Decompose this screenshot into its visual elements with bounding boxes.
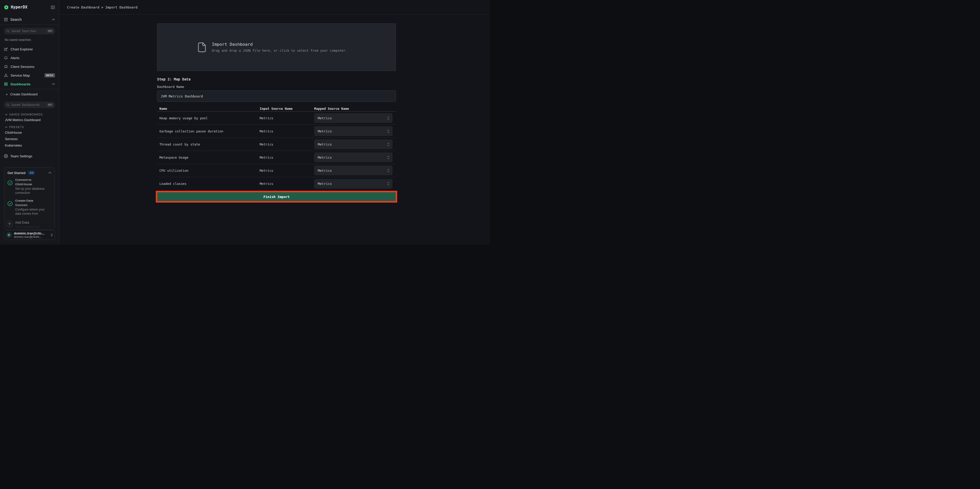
saved-dashboards-input[interactable]: Saved Dashboards ⌘K xyxy=(4,102,55,108)
table-row: Heap memory usage by pool Metrics Metric… xyxy=(157,111,396,125)
sidebar: HyperDX Search Saved Searches ⌘K No save… xyxy=(0,0,59,244)
row-input-source: Metrics xyxy=(260,116,314,120)
select-chevrons-icon xyxy=(387,129,390,133)
saved-searches-input[interactable]: Saved Searches ⌘K xyxy=(4,28,55,35)
saved-searches-shortcut: ⌘K xyxy=(46,29,54,33)
get-started-item-subtitle: Set up your database connection xyxy=(15,186,47,195)
sidebar-item-dashboards[interactable]: Dashboards xyxy=(0,80,59,88)
chevron-right-icon xyxy=(51,233,53,237)
top-bar: Create Dashboard > Import Dashboard xyxy=(59,0,490,15)
saved-searches-placeholder: Saved Searches xyxy=(11,29,45,33)
mapped-source-select[interactable]: Metrics xyxy=(314,179,393,189)
get-started-item-title: Connect to ClickHouse xyxy=(15,178,46,186)
row-input-source: Metrics xyxy=(260,156,314,159)
get-started-item-subtitle: Start sending logs, metrics, or traces xyxy=(15,225,45,229)
team-settings-label: Team Settings xyxy=(10,154,32,158)
table-layout-icon xyxy=(4,18,8,22)
get-started-item-title: Add Data xyxy=(15,220,45,225)
get-started-panel: Get Started 2/3 Connect to ClickHouse Se… xyxy=(4,167,55,229)
sidebar-item-team-settings[interactable]: Team Settings xyxy=(0,153,59,160)
row-input-source: Metrics xyxy=(260,129,314,133)
dashboard-name-input[interactable] xyxy=(157,91,396,102)
collapse-sidebar-icon[interactable] xyxy=(51,5,55,10)
breadcrumb: Create Dashboard > Import Dashboard xyxy=(67,5,138,9)
user-email: dominic.tran@clickh... xyxy=(14,235,49,238)
sidebar-section-search[interactable]: Search xyxy=(0,14,59,25)
file-icon xyxy=(198,42,206,53)
sidebar-item-client-sessions[interactable]: Client Sessions xyxy=(0,62,59,71)
create-dashboard-button[interactable]: + Create Dashboard xyxy=(0,90,59,99)
finish-import-button[interactable]: Finish Import xyxy=(158,192,396,201)
chevron-up-icon xyxy=(52,83,55,85)
row-name: Metaspace Usage xyxy=(157,156,260,159)
column-header-mapped-source: Mapped Source Name xyxy=(314,107,396,111)
mapped-source-select[interactable]: Metrics xyxy=(314,126,393,136)
sidebar-item-clickhouse[interactable]: ClickHouse xyxy=(5,131,55,134)
group-title: PRESETS xyxy=(9,126,24,129)
plus-icon: + xyxy=(6,92,8,96)
user-menu[interactable]: D dominic.tran@clic... dominic.tran@clic… xyxy=(4,230,55,240)
sidebar-item-label: Chart Explorer xyxy=(11,47,55,51)
table-row: Garbage collection pause duration Metric… xyxy=(157,125,396,138)
sidebar-item-services[interactable]: Services xyxy=(5,137,55,141)
get-started-item-subtitle: Configure where your data comes from xyxy=(15,207,47,216)
sidebar-item-alerts[interactable]: Alerts xyxy=(0,54,59,62)
column-header-name: Name xyxy=(157,107,260,111)
table-row: Thread count by state Metrics Metrics xyxy=(157,138,396,151)
saved-dashboards-placeholder: Saved Dashboards xyxy=(11,103,45,107)
sidebar-item-jvm-metrics-dashboard[interactable]: JVM Metrics Dashboard xyxy=(5,118,55,122)
logo-row: HyperDX xyxy=(0,0,59,14)
chevron-up-icon xyxy=(48,172,51,174)
gear-icon xyxy=(4,154,8,158)
avatar: D xyxy=(6,232,12,238)
step-title: Step 2: Map Data xyxy=(157,77,396,81)
select-chevrons-icon xyxy=(387,169,390,172)
table-row: CPU utilization Metrics Metrics xyxy=(157,164,396,177)
presets-group-header[interactable]: PRESETS xyxy=(5,126,55,129)
search-icon xyxy=(6,104,10,107)
row-name: Heap memory usage by pool xyxy=(157,116,260,120)
service-map-icon xyxy=(4,73,8,77)
mapped-source-select[interactable]: Metrics xyxy=(314,113,393,123)
sidebar-item-service-map[interactable]: Service Map BETA xyxy=(0,71,59,80)
laptop-icon xyxy=(4,65,8,68)
sidebar-item-label: Alerts xyxy=(11,56,55,60)
get-started-item-connect-clickhouse[interactable]: Connect to ClickHouse Set up your databa… xyxy=(8,178,51,195)
import-dashboard-content: Import Dashboard Drag and drop a JSON fi… xyxy=(157,23,396,202)
select-value: Metrics xyxy=(318,156,387,159)
user-name: dominic.tran@clic... xyxy=(14,232,49,235)
app-window: HyperDX Search Saved Searches ⌘K No save… xyxy=(0,0,490,244)
help-button[interactable]: ? xyxy=(6,221,13,228)
get-started-title: Get Started xyxy=(8,171,25,175)
get-started-item-add-data[interactable]: Add Data Start sending logs, metrics, or… xyxy=(8,220,51,229)
arrow-right-icon: → xyxy=(48,224,51,228)
get-started-header[interactable]: Get Started 2/3 xyxy=(8,170,51,175)
table-header-row: Name Input Source Name Mapped Source Nam… xyxy=(157,106,396,111)
annotation-highlight-box: Finish Import xyxy=(156,191,397,202)
chart-icon xyxy=(4,47,8,51)
row-input-source: Metrics xyxy=(260,182,314,186)
column-header-input-source: Input Source Name xyxy=(260,107,314,111)
mapped-source-select[interactable]: Metrics xyxy=(314,166,393,175)
sidebar-item-kubernetes[interactable]: Kubernetes xyxy=(5,143,55,147)
saved-dashboards-group-header[interactable]: SAVED DASHBOARDS xyxy=(5,113,55,116)
sidebar-item-label: Client Sessions xyxy=(11,65,55,68)
mapped-source-select[interactable]: Metrics xyxy=(314,153,393,162)
get-started-item-create-data-sources[interactable]: Create Data Sources Configure where your… xyxy=(8,199,51,216)
chevron-down-icon xyxy=(5,114,8,115)
sidebar-item-chart-explorer[interactable]: Chart Explorer xyxy=(0,45,59,54)
select-value: Metrics xyxy=(318,116,387,120)
sidebar-nav: Chart Explorer Alerts Client Sessions Se… xyxy=(0,45,59,88)
row-name: Loaded classes xyxy=(157,182,260,186)
file-dropzone[interactable]: Import Dashboard Drag and drop a JSON fi… xyxy=(157,23,396,71)
mapped-source-select[interactable]: Metrics xyxy=(314,139,393,149)
dashboard-name-label: Dashboard Name xyxy=(157,85,396,89)
select-chevrons-icon xyxy=(387,156,390,159)
row-input-source: Metrics xyxy=(260,169,314,172)
row-input-source: Metrics xyxy=(260,142,314,146)
select-chevrons-icon xyxy=(387,116,390,120)
check-circle-icon xyxy=(8,201,13,206)
search-icon xyxy=(6,30,10,33)
dropzone-title: Import Dashboard xyxy=(212,42,347,47)
sidebar-item-label: Service Map xyxy=(11,73,42,77)
